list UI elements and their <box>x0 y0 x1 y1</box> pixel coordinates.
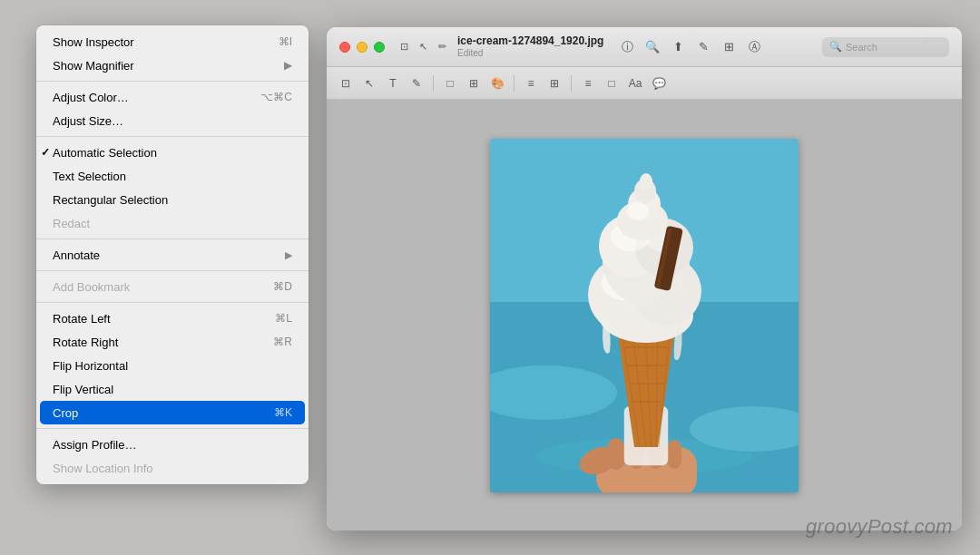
title-info: ice-cream-1274894_1920.jpg Edited <box>457 34 603 58</box>
menu-item-label-redact: Redact <box>53 217 292 230</box>
tool-grid[interactable]: ⊞ <box>544 73 564 93</box>
menu-item-shortcut-crop: ⌘K <box>274 406 292 419</box>
menu-item-show-inspector[interactable]: Show Inspector⌘I <box>36 30 309 54</box>
menu-item-adjust-size[interactable]: Adjust Size… <box>36 109 309 132</box>
maximize-button[interactable] <box>374 42 385 53</box>
ice-cream-image <box>490 139 799 492</box>
tool-crop[interactable]: ⊞ <box>464 73 484 93</box>
tool-select[interactable]: ⊡ <box>336 73 356 93</box>
tool-annot[interactable]: 💬 <box>649 73 669 93</box>
markup-icon: ✏ <box>434 39 450 55</box>
menu-item-add-bookmark: Add Bookmark⌘D <box>36 275 309 298</box>
traffic-lights <box>339 42 385 53</box>
svg-rect-8 <box>608 438 624 470</box>
title-bar-nav-icons: ⊡ ↖ ✏ <box>396 39 450 55</box>
menu-item-shortcut-show-inspector: ⌘I <box>279 35 292 48</box>
menu-item-show-magnifier[interactable]: Show Magnifier▶ <box>36 54 309 77</box>
menu-item-shortcut-add-bookmark: ⌘D <box>273 280 292 293</box>
nav-icon: ⊡ <box>396 39 412 55</box>
preview-area <box>327 100 962 531</box>
filename-label: ice-cream-1274894_1920.jpg <box>457 34 603 47</box>
toolbar: ⊡ ↖ T ✎ □ ⊞ 🎨 ≡ ⊞ ≡ □ Aa 💬 <box>327 67 962 100</box>
share-icon[interactable]: ⬆ <box>669 38 687 56</box>
menu-item-label-show-magnifier: Show Magnifier <box>53 59 284 73</box>
menu-item-automatic-selection[interactable]: Automatic Selection <box>36 141 309 164</box>
edit-icon[interactable]: ✎ <box>694 38 712 56</box>
menu-item-label-crop: Crop <box>53 406 274 420</box>
separator-sep1 <box>36 81 309 82</box>
toolbar-separator-1 <box>433 75 434 92</box>
menu-item-shortcut-rotate-right: ⌘R <box>273 336 292 348</box>
info-icon[interactable]: ⓘ <box>618 38 636 56</box>
preview-window: ⊡ ↖ ✏ ice-cream-1274894_1920.jpg Edited … <box>327 27 962 531</box>
toolbar-separator-2 <box>514 75 514 92</box>
crop-icon[interactable]: ⊞ <box>720 38 738 56</box>
menu-item-label-annotate: Annotate <box>53 248 285 262</box>
tool-markup[interactable]: ✎ <box>407 73 426 93</box>
zoom-in-icon[interactable]: 🔍 <box>643 38 662 56</box>
separator-sep3 <box>36 239 309 239</box>
tool-color[interactable]: 🎨 <box>487 73 507 93</box>
menu-item-label-flip-vertical: Flip Vertical <box>53 383 292 396</box>
tool-layout[interactable]: ≡ <box>521 73 541 93</box>
tool-text[interactable]: T <box>383 73 403 93</box>
tool-shape[interactable]: □ <box>440 73 460 93</box>
separator-sep2 <box>36 136 309 137</box>
menu-item-assign-profile[interactable]: Assign Profile… <box>36 433 309 456</box>
menu-item-flip-horizontal[interactable]: Flip Horizontal <box>36 354 309 377</box>
svg-rect-11 <box>667 440 681 469</box>
toolbar-separator-3 <box>571 75 572 92</box>
tool-font[interactable]: Aa <box>625 73 645 93</box>
menu-item-label-rotate-right: Rotate Right <box>53 336 273 349</box>
search-icon: 🔍 <box>829 41 842 53</box>
menu-item-label-text-selection: Text Selection <box>53 170 292 183</box>
search-placeholder: Search <box>846 42 877 53</box>
title-bar-actions: ⓘ 🔍 ⬆ ✎ ⊞ Ⓐ <box>618 38 763 56</box>
watermark: groovyPost.com <box>806 515 953 539</box>
tool-cursor[interactable]: ↖ <box>359 73 379 93</box>
separator-sep6 <box>36 428 309 429</box>
badge-icon[interactable]: Ⓐ <box>745 38 763 56</box>
svg-point-43 <box>640 173 652 190</box>
menu-item-rectangular-selection[interactable]: Rectangular Selection <box>36 188 309 211</box>
menu-item-label-adjust-color: Adjust Color… <box>53 91 260 104</box>
menu-item-label-rotate-left: Rotate Left <box>53 312 275 326</box>
search-box[interactable]: 🔍 Search <box>822 37 949 57</box>
menu-item-shortcut-show-magnifier: ▶ <box>284 59 292 72</box>
menu-item-adjust-color[interactable]: Adjust Color…⌥⌘C <box>36 85 309 109</box>
menu-item-rotate-right[interactable]: Rotate Right⌘R <box>36 330 309 354</box>
minimize-button[interactable] <box>357 42 368 53</box>
context-menu: Show Inspector⌘IShow Magnifier▶Adjust Co… <box>36 25 309 484</box>
menu-item-redact: Redact <box>36 211 309 235</box>
menu-item-label-rectangular-selection: Rectangular Selection <box>53 193 292 207</box>
menu-item-crop[interactable]: Crop⌘K <box>40 401 305 424</box>
menu-item-show-location-info: Show Location Info <box>36 456 309 480</box>
menu-item-text-selection[interactable]: Text Selection <box>36 164 309 188</box>
cursor-icon: ↖ <box>415 39 431 55</box>
menu-item-shortcut-adjust-color: ⌥⌘C <box>260 91 292 103</box>
svg-point-44 <box>627 202 649 220</box>
title-bar: ⊡ ↖ ✏ ice-cream-1274894_1920.jpg Edited … <box>327 27 962 67</box>
menu-item-label-adjust-size: Adjust Size… <box>53 114 292 128</box>
menu-item-label-add-bookmark: Add Bookmark <box>53 280 273 294</box>
menu-item-label-assign-profile: Assign Profile… <box>53 438 292 452</box>
menu-item-label-flip-horizontal: Flip Horizontal <box>53 359 292 373</box>
separator-sep4 <box>36 270 309 271</box>
submenu-arrow-annotate: ▶ <box>285 249 292 261</box>
edited-label: Edited <box>457 48 603 59</box>
menu-item-rotate-left[interactable]: Rotate Left⌘L <box>36 307 309 330</box>
close-button[interactable] <box>339 42 350 53</box>
menu-item-flip-vertical[interactable]: Flip Vertical <box>36 377 309 401</box>
menu-item-shortcut-rotate-left: ⌘L <box>275 312 292 325</box>
menu-item-label-automatic-selection: Automatic Selection <box>53 146 292 160</box>
menu-item-label-show-location-info: Show Location Info <box>53 462 292 475</box>
menu-item-label-show-inspector: Show Inspector <box>53 35 279 49</box>
separator-sep5 <box>36 302 309 303</box>
tool-align[interactable]: ≡ <box>578 73 598 93</box>
menu-item-annotate[interactable]: Annotate▶ <box>36 243 309 267</box>
tool-rect[interactable]: □ <box>602 73 622 93</box>
